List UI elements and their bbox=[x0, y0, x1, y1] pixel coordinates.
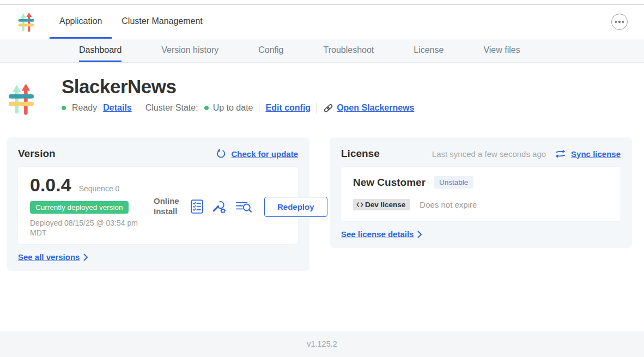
tab-troubleshoot[interactable]: Troubleshoot bbox=[323, 39, 374, 62]
license-summary-panel: New Customer Unstable bbox=[341, 167, 621, 221]
version-card: Version Check for update 0.0.4 Sequ bbox=[7, 137, 309, 271]
app-header: SlackerNews Ready Details Cluster State:… bbox=[0, 76, 644, 120]
release-notes-icon[interactable] bbox=[235, 200, 252, 214]
app-status-row: Ready Details Cluster State: Up to date … bbox=[62, 102, 420, 113]
primary-nav: Application Cluster Management bbox=[0, 5, 644, 39]
edit-config-link[interactable]: Edit config bbox=[265, 103, 311, 113]
check-for-update-link[interactable]: Check for update bbox=[231, 149, 298, 159]
sync-arrows-icon[interactable] bbox=[555, 149, 566, 159]
tab-application[interactable]: Application bbox=[50, 5, 112, 39]
last-synced-text: Last synced a few seconds ago bbox=[432, 149, 546, 159]
customer-name: New Customer bbox=[353, 177, 426, 189]
open-app-link[interactable]: Open Slackernews bbox=[323, 103, 414, 113]
console-version: v1.125.2 bbox=[307, 340, 337, 348]
current-version-panel: 0.0.4 Sequence 0 Currently deployed vers… bbox=[18, 167, 298, 244]
version-number: 0.0.4 bbox=[30, 176, 71, 194]
license-card: License Last synced a few seconds ago Sy… bbox=[330, 137, 632, 248]
cluster-state-label: Cluster State: bbox=[145, 103, 198, 113]
tab-view-files[interactable]: View files bbox=[483, 39, 520, 62]
channel-badge: Unstable bbox=[434, 176, 473, 189]
chevron-right-icon bbox=[417, 231, 422, 238]
license-expiry: Does not expire bbox=[420, 200, 477, 209]
see-all-versions-link[interactable]: See all versions bbox=[18, 252, 80, 262]
tab-license[interactable]: License bbox=[414, 39, 443, 62]
redeploy-button[interactable]: Redeploy bbox=[264, 197, 327, 217]
open-app-label: Open Slackernews bbox=[337, 103, 414, 113]
deployed-timestamp: Deployed 08/15/25 @ 03:54 pm MDT bbox=[30, 218, 144, 238]
ellipsis-menu-icon[interactable] bbox=[611, 14, 628, 30]
install-type-label: Online Install bbox=[154, 196, 182, 217]
tab-dashboard[interactable]: Dashboard bbox=[79, 39, 121, 62]
dashboard-cards: Version Check for update 0.0.4 Sequ bbox=[0, 137, 644, 271]
details-link[interactable]: Details bbox=[103, 103, 131, 113]
currently-deployed-badge: Currently deployed version bbox=[30, 201, 129, 214]
code-icon bbox=[356, 202, 363, 208]
tab-cluster-management-label: Cluster Management bbox=[121, 16, 203, 26]
dashboard-content: SlackerNews Ready Details Cluster State:… bbox=[0, 63, 644, 271]
cluster-state-dot bbox=[204, 106, 209, 110]
divider bbox=[317, 102, 317, 113]
tab-application-label: Application bbox=[59, 16, 102, 26]
tab-cluster-management[interactable]: Cluster Management bbox=[112, 5, 212, 39]
license-type-badge: Dev license bbox=[353, 199, 410, 210]
sync-license-link[interactable]: Sync license bbox=[571, 149, 621, 159]
slackernews-arrows-logo-large bbox=[8, 77, 34, 120]
link-icon bbox=[323, 103, 333, 113]
config-wrench-icon[interactable] bbox=[212, 199, 227, 214]
cluster-state-value: Up to date bbox=[213, 103, 253, 113]
version-card-title: Version bbox=[18, 148, 56, 160]
version-sequence: Sequence 0 bbox=[79, 184, 120, 193]
license-card-title: License bbox=[341, 148, 380, 160]
chevron-right-icon bbox=[83, 253, 88, 261]
preflight-checks-icon[interactable] bbox=[191, 199, 203, 214]
license-type-label: Dev license bbox=[365, 201, 405, 209]
see-license-details-link[interactable]: See license details bbox=[341, 229, 414, 239]
app-status-dot bbox=[62, 106, 66, 110]
slackernews-arrows-logo bbox=[18, 12, 34, 32]
app-title: SlackerNews bbox=[62, 76, 420, 98]
console-footer: v1.125.2 bbox=[0, 331, 644, 357]
tab-config[interactable]: Config bbox=[258, 39, 283, 62]
tab-version-history[interactable]: Version history bbox=[161, 39, 218, 62]
app-subnav: Dashboard Version history Config Trouble… bbox=[0, 39, 644, 63]
app-status-label: Ready bbox=[72, 103, 97, 113]
divider bbox=[259, 102, 259, 113]
top-border bbox=[0, 0, 644, 5]
refresh-icon[interactable] bbox=[216, 149, 226, 159]
